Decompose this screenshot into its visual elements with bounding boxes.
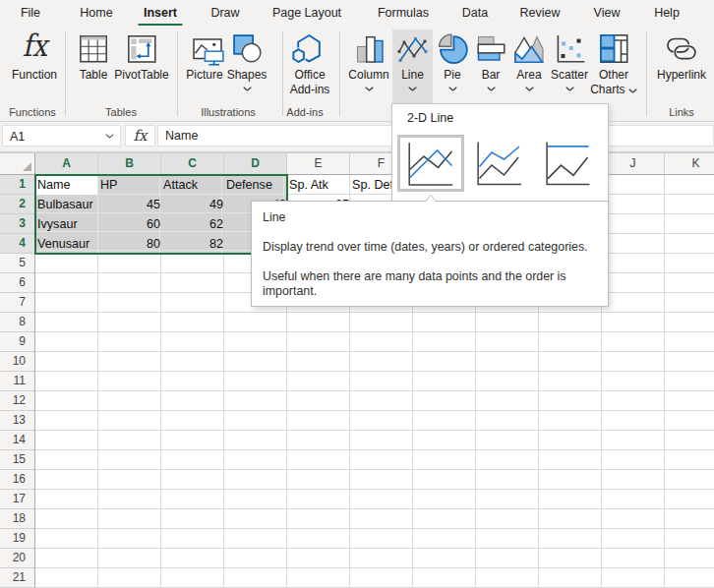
shapes-button[interactable]: Shapes	[226, 29, 268, 91]
cell-B4[interactable]: 80	[98, 234, 160, 254]
group-separator	[339, 31, 340, 116]
chevron-down-icon	[243, 87, 252, 91]
menu-tab-home[interactable]: Home	[80, 0, 112, 26]
screentip-title: Line	[263, 210, 597, 225]
line-2d-icon	[397, 135, 464, 192]
hyperlink-button[interactable]: Hyperlink	[651, 29, 712, 83]
pie-chart-icon	[437, 29, 468, 63]
function-fx-icon: fx	[21, 29, 49, 63]
menu-tab-draw[interactable]: Draw	[210, 0, 239, 26]
menu-tab-page-layout[interactable]: Page Layout	[272, 0, 341, 26]
cell-B3[interactable]: 60	[98, 214, 160, 234]
menu-tab-data[interactable]: Data	[462, 0, 488, 26]
column-chart-button[interactable]: Column	[345, 29, 392, 91]
cell-B1[interactable]: HP	[100, 175, 161, 195]
chevron-down-icon	[628, 88, 637, 93]
picture-icon	[193, 29, 225, 63]
group-separator	[646, 31, 647, 116]
bar-chart-button[interactable]: Bar	[474, 29, 507, 91]
bar-chart-icon	[477, 29, 506, 63]
pivottable-icon	[128, 29, 156, 63]
cell-A2[interactable]: Bulbasaur	[37, 195, 98, 214]
group-separator	[177, 31, 178, 116]
screentip: Line Display trend over time (dates, yea…	[251, 201, 609, 307]
group-label-addins: Add-ins	[286, 105, 323, 119]
line-chart-button[interactable]: Line	[392, 29, 433, 103]
menu-tab-view[interactable]: View	[594, 0, 621, 26]
column-chart-icon	[354, 29, 384, 63]
screentip-body-2: Useful when there are many data points a…	[263, 269, 597, 299]
cell-C4[interactable]: 82	[161, 234, 223, 254]
function-button[interactable]: fx Function	[7, 29, 62, 83]
group-label-tables: Tables	[105, 105, 137, 119]
pie-chart-button[interactable]: Pie	[436, 29, 469, 91]
cell-E1[interactable]: Sp. Atk	[289, 175, 350, 195]
name-box[interactable]: A1	[2, 125, 121, 147]
line-chart-dropdown: 2-D Line	[391, 103, 609, 202]
cell-C2[interactable]: 49	[161, 195, 223, 214]
office-addins-button[interactable]: OfficeAdd-ins	[282, 29, 337, 97]
chevron-down-icon	[365, 87, 374, 91]
hyperlink-icon	[666, 29, 697, 63]
line-chart-icon	[397, 29, 428, 63]
menu-tab-help[interactable]: Help	[654, 0, 680, 26]
other-charts-icon	[600, 29, 628, 63]
shapes-icon	[233, 29, 262, 63]
screentip-beak	[422, 194, 440, 203]
stacked-line-2d-icon	[466, 135, 533, 192]
group-label-links: Links	[669, 105, 694, 119]
menu-tab-insert[interactable]: Insert	[144, 0, 177, 26]
cell-B2[interactable]: 45	[98, 195, 160, 214]
formula-value: Name	[165, 129, 198, 143]
insert-function-button[interactable]: fx	[125, 125, 155, 147]
dropdown-section-title: 2-D Line	[407, 110, 453, 126]
stacked-100-line-2d-icon	[535, 135, 602, 192]
picture-button[interactable]: Picture	[183, 29, 226, 83]
chevron-down-icon[interactable]	[105, 134, 114, 139]
other-charts-button[interactable]: OtherCharts	[586, 29, 641, 97]
area-chart-button[interactable]: Area	[510, 29, 548, 91]
cell-D1[interactable]: Defense	[226, 175, 287, 195]
scatter-chart-icon	[556, 29, 586, 63]
chevron-down-icon	[408, 87, 417, 91]
screentip-body-1: Display trend over time (dates, years) o…	[263, 240, 597, 255]
menu-tab-formulas[interactable]: Formulas	[378, 0, 429, 26]
office-addins-icon	[290, 29, 323, 63]
menubar: FileHomeInsertDrawPage LayoutFormulasDat…	[0, 0, 714, 27]
scatter-chart-button[interactable]: Scatter	[548, 29, 591, 91]
excel-window: FileHomeInsertDrawPage LayoutFormulasDat…	[0, 0, 714, 588]
cell-A4[interactable]: Venusaur	[37, 234, 98, 254]
cell-C3[interactable]: 62	[161, 214, 223, 234]
menu-item-line[interactable]	[397, 135, 464, 192]
area-chart-icon	[514, 29, 544, 63]
menu-item-100-stacked-line[interactable]	[535, 135, 602, 192]
chevron-down-icon	[565, 87, 574, 91]
group-label-functions: Functions	[9, 105, 56, 119]
fx-icon: fx	[133, 127, 147, 145]
pivottable-button[interactable]: PivotTable	[112, 29, 171, 83]
chevron-down-icon	[487, 87, 496, 91]
chevron-down-icon	[525, 87, 534, 91]
chevron-down-icon	[448, 87, 457, 91]
cell-C1[interactable]: Attack	[163, 175, 224, 195]
table-icon	[80, 29, 107, 63]
cell-A3[interactable]: Ivysaur	[37, 214, 98, 234]
menu-tab-file[interactable]: File	[21, 0, 40, 26]
menu-item-stacked-line[interactable]	[466, 135, 533, 192]
group-label-illustrations: Illustrations	[201, 105, 256, 119]
menu-tab-review[interactable]: Review	[520, 0, 561, 26]
name-box-value: A1	[10, 130, 25, 144]
cell-A1[interactable]: Name	[37, 175, 98, 195]
